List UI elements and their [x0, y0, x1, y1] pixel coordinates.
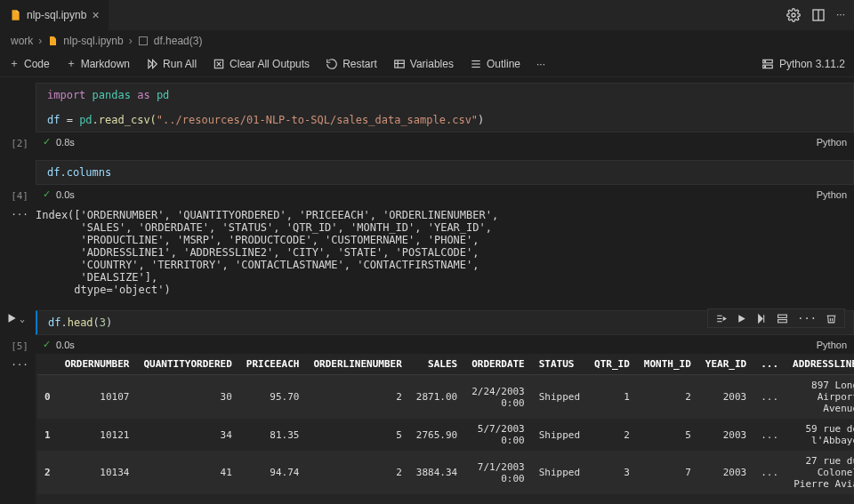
kernel-picker[interactable]: Python 3.11.2: [761, 58, 845, 70]
svg-marker-19: [9, 314, 16, 322]
add-code-label: Code: [24, 58, 50, 70]
table-header: ADDRESSLINE1: [786, 354, 854, 375]
restart-button[interactable]: Restart: [326, 58, 377, 70]
breadcrumb-symbol[interactable]: df.head(3): [154, 35, 203, 47]
editor-tab[interactable]: nlp-sql.ipynb ×: [0, 0, 109, 31]
table-header: ORDERLINENUMBER: [306, 354, 408, 375]
cell-language[interactable]: Python: [817, 137, 847, 148]
cell-prompt: [4]: [0, 185, 36, 204]
clear-outputs-button[interactable]: Clear All Outputs: [213, 58, 310, 70]
cell-prompt: [0, 160, 36, 185]
table-header: STATUS: [532, 354, 587, 375]
table-header: MONTH_ID: [637, 354, 698, 375]
breadcrumb-file[interactable]: nlp-sql.ipynb: [63, 35, 123, 47]
table-header: ORDERDATE: [464, 354, 532, 375]
jupyter-file-icon: [9, 9, 21, 21]
cell-icon: [138, 36, 149, 46]
chevron-right-icon: ›: [38, 35, 42, 47]
cell-output: Index(['ORDERNUMBER', 'QUANTITYORDERED',…: [36, 204, 854, 301]
svg-rect-28: [778, 319, 787, 322]
add-code-button[interactable]: ＋ Code: [9, 56, 50, 71]
breadcrumb-folder[interactable]: work: [11, 35, 33, 47]
execute-below-icon[interactable]: [756, 313, 768, 324]
cell-prompt: [2]: [0, 132, 36, 151]
variables-icon: [393, 58, 406, 70]
svg-point-0: [792, 13, 795, 17]
output-collapse-icon[interactable]: ···: [0, 354, 36, 504]
editor-tab-bar: nlp-sql.ipynb × ···: [0, 0, 854, 31]
server-icon: [761, 58, 774, 70]
outline-icon: [470, 58, 482, 70]
close-icon[interactable]: ×: [92, 9, 99, 21]
add-markdown-label: Markdown: [81, 58, 130, 70]
svg-point-17: [764, 60, 765, 61]
svg-marker-4: [149, 60, 153, 68]
variables-button[interactable]: Variables: [393, 58, 454, 70]
code-input[interactable]: df.columns: [36, 160, 854, 185]
dataframe-shape: 3 rows × 25 columns: [37, 494, 847, 504]
delete-cell-icon[interactable]: [826, 313, 837, 324]
dataframe-table: ORDERNUMBER QUANTITYORDERED PRICEEACH OR…: [37, 354, 854, 494]
notebook-body: import pandas as pd df = pd.read_csv("..…: [0, 77, 854, 504]
split-cell-icon[interactable]: [777, 313, 788, 324]
exec-time: 0.0s: [56, 340, 75, 350]
run-all-label: Run All: [163, 58, 197, 70]
table-header: ...: [753, 354, 786, 375]
split-editor-icon[interactable]: [811, 8, 826, 22]
variables-label: Variables: [410, 58, 454, 70]
notebook-cell-active: ⌄ ··· df.head(3): [0, 310, 854, 335]
cell-output-row: ··· Index(['ORDERNUMBER', 'QUANTITYORDER…: [0, 204, 854, 301]
outline-button[interactable]: Outline: [470, 58, 520, 70]
svg-rect-3: [139, 37, 147, 45]
svg-rect-27: [778, 315, 787, 317]
cell-action-bar: ···: [707, 308, 845, 328]
chevron-down-icon[interactable]: ⌄: [20, 314, 25, 324]
table-header: QTR_ID: [587, 354, 637, 375]
success-check-icon: ✓: [43, 188, 51, 200]
table-row: 1 10121 34 81.35 5 2765.90 5/7/2003 0:00…: [37, 419, 854, 451]
breadcrumb: work › nlp-sql.ipynb › df.head(3): [0, 31, 854, 51]
table-header-row: ORDERNUMBER QUANTITYORDERED PRICEEACH OR…: [37, 354, 854, 375]
execute-cell-icon[interactable]: [736, 313, 747, 324]
svg-marker-25: [759, 315, 762, 323]
add-markdown-button[interactable]: ＋ Markdown: [66, 56, 130, 71]
cell-meta-row: [4] ✓ 0.0s Python: [0, 185, 854, 204]
table-row: 0 10107 30 95.70 2 2871.00 2/24/2003 0:0…: [37, 375, 854, 420]
output-collapse-icon[interactable]: ···: [0, 204, 36, 301]
notebook-cell: import pandas as pd df = pd.read_csv("..…: [0, 83, 854, 132]
run-all-button[interactable]: Run All: [146, 58, 197, 70]
svg-marker-24: [739, 315, 746, 323]
svg-point-18: [764, 66, 765, 67]
table-header: QUANTITYORDERED: [136, 354, 238, 375]
table-header: SALES: [409, 354, 464, 375]
cell-output-row: ··· ORDERNUMBER QUANTITYORDERED PRICEEAC…: [0, 354, 854, 504]
more-actions-icon[interactable]: ···: [836, 8, 845, 22]
chevron-right-icon: ›: [129, 35, 133, 47]
run-cell-icon[interactable]: [5, 312, 18, 324]
jupyter-file-icon: [47, 36, 58, 46]
dataframe-output[interactable]: ORDERNUMBER QUANTITYORDERED PRICEEACH OR…: [36, 354, 854, 504]
exec-time: 0.8s: [56, 137, 75, 148]
plus-icon: ＋: [9, 56, 20, 71]
clear-icon: [213, 58, 225, 70]
clear-outputs-label: Clear All Outputs: [230, 58, 310, 70]
table-row: 2 10134 41 94.74 2 3884.34 7/1/2003 0:00…: [37, 451, 854, 494]
code-input[interactable]: import pandas as pd df = pd.read_csv("..…: [36, 83, 854, 132]
toolbar-more-icon[interactable]: ···: [536, 58, 545, 70]
cell-prompt: [5]: [0, 335, 36, 354]
run-by-line-icon[interactable]: [715, 313, 727, 324]
cell-prompt: [0, 83, 36, 132]
cell-language[interactable]: Python: [817, 189, 847, 200]
table-header: PRICEEACH: [239, 354, 307, 375]
settings-icon[interactable]: [786, 8, 801, 22]
success-check-icon: ✓: [43, 339, 51, 350]
cell-meta-row: [2] ✓ 0.8s Python: [0, 132, 854, 151]
cell-more-icon[interactable]: ···: [797, 312, 817, 324]
table-header: ORDERNUMBER: [58, 354, 137, 375]
notebook-toolbar: ＋ Code ＋ Markdown Run All Clear All Outp…: [0, 51, 854, 77]
cell-language[interactable]: Python: [817, 340, 847, 350]
notebook-cell: df.columns: [0, 160, 854, 185]
kernel-label: Python 3.11.2: [779, 58, 845, 70]
exec-time: 0.0s: [56, 189, 75, 200]
tab-title: nlp-sql.ipynb: [27, 9, 86, 21]
